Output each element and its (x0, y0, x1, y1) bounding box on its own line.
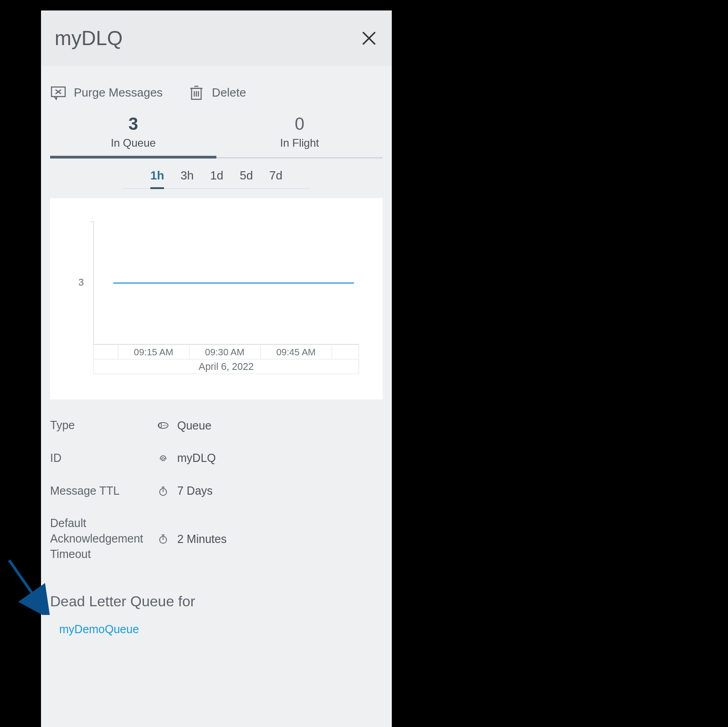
in-flight-value: 0 (216, 114, 383, 134)
range-tab-1d[interactable]: 1d (210, 169, 223, 188)
detail-value-type: Queue (177, 419, 211, 432)
stopwatch-icon (157, 533, 169, 545)
close-icon (360, 29, 378, 47)
svg-point-27 (164, 425, 165, 426)
queue-type-icon (157, 420, 169, 431)
tab-in-queue[interactable]: 3 In Queue (50, 114, 216, 159)
detail-value-ack: 2 Minutes (177, 532, 226, 546)
dlq-section-heading: Dead Letter Queue for (41, 579, 392, 610)
queue-chart: 3 09:15 AM 09:30 AM 09:45 AM April 6, 20… (59, 212, 374, 389)
detail-row-id: ID myDLQ (50, 451, 383, 466)
tab-in-flight[interactable]: 0 In Flight (216, 114, 383, 159)
detail-value-ttl: 7 Days (177, 484, 213, 497)
svg-point-28 (166, 425, 167, 426)
chart-card: 3 09:15 AM 09:30 AM 09:45 AM April 6, 20… (50, 198, 383, 399)
panel-header: myDLQ (41, 10, 392, 66)
queue-detail-panel: myDLQ Purge Messages (41, 10, 392, 727)
panel-title: myDLQ (55, 27, 123, 50)
detail-row-ttl: Message TTL 7 Days (50, 483, 383, 499)
in-queue-label: In Queue (50, 137, 216, 149)
count-tabs: 3 In Queue 0 In Flight (41, 114, 392, 159)
delete-label: Delete (212, 86, 246, 100)
svg-point-25 (159, 423, 161, 428)
dlq-linked-queue: myDemoQueue (41, 610, 392, 636)
range-tab-5d[interactable]: 5d (240, 169, 253, 188)
trash-icon (188, 84, 205, 101)
chart-xtick-2: 09:45 AM (276, 347, 315, 357)
delete-button[interactable]: Delete (188, 84, 246, 101)
range-tab-3h[interactable]: 3h (180, 169, 194, 188)
details-list: Type Queue ID myDLQ Message TTL (41, 399, 392, 579)
range-tab-1h[interactable]: 1h (150, 169, 164, 189)
chart-xtick-1: 09:30 AM (205, 347, 244, 357)
in-flight-label: In Flight (216, 137, 383, 149)
detail-row-ack: Default Acknowledgement Timeout 2 Minute… (50, 516, 383, 562)
svg-point-26 (163, 425, 164, 426)
purge-messages-button[interactable]: Purge Messages (50, 84, 163, 101)
detail-label-ack: Default Acknowledgement Timeout (50, 516, 157, 562)
range-tabs: 1h 3h 1d 5d 7d (123, 169, 310, 189)
chart-xlabel: April 6, 2022 (199, 361, 254, 372)
range-tab-7d[interactable]: 7d (269, 169, 282, 188)
detail-label-id: ID (50, 451, 157, 466)
fingerprint-icon (157, 452, 169, 464)
purge-label: Purge Messages (74, 86, 163, 100)
purge-icon (50, 84, 67, 101)
linked-queue-link[interactable]: myDemoQueue (59, 623, 139, 635)
action-row: Purge Messages Delete (41, 66, 392, 114)
chart-ytick-0: 3 (78, 276, 84, 288)
stopwatch-icon (157, 485, 169, 497)
svg-line-37 (9, 560, 41, 606)
in-queue-value: 3 (50, 114, 216, 134)
detail-value-id: myDLQ (177, 451, 216, 465)
close-button[interactable] (360, 29, 378, 47)
detail-label-ttl: Message TTL (50, 483, 157, 499)
detail-row-type: Type Queue (50, 418, 383, 433)
detail-label-type: Type (50, 418, 157, 433)
chart-xtick-0: 09:15 AM (134, 347, 173, 357)
